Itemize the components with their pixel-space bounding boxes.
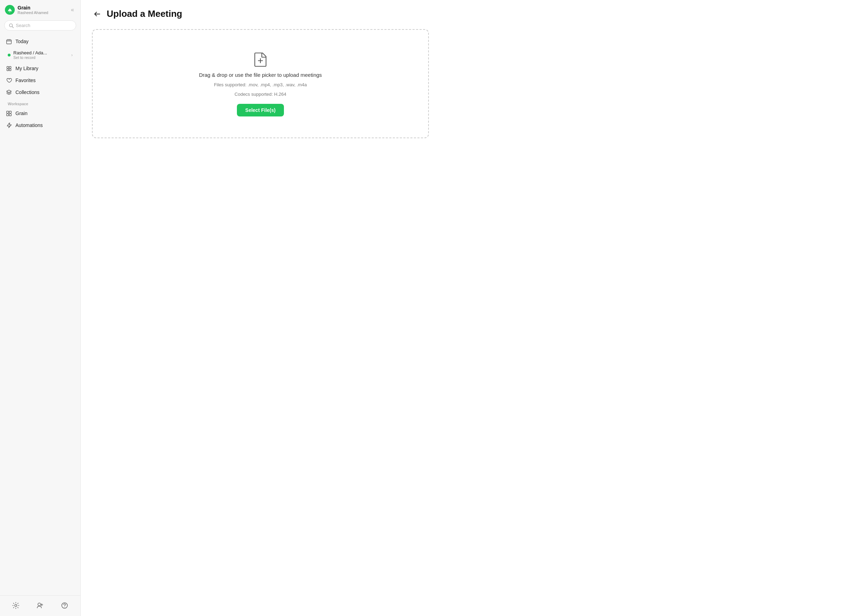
help-circle-icon: [61, 602, 68, 609]
sidebar-item-my-library[interactable]: My Library: [2, 62, 78, 74]
svg-point-16: [38, 603, 41, 606]
svg-rect-12: [9, 111, 11, 113]
back-button[interactable]: [92, 9, 103, 19]
svg-rect-8: [9, 66, 11, 68]
sidebar-item-collections[interactable]: Collections: [2, 86, 78, 98]
calendar-icon: [6, 38, 12, 44]
bolt-icon: [6, 122, 12, 128]
heart-icon: [6, 77, 12, 84]
sidebar-footer: [0, 595, 80, 616]
collapse-button[interactable]: «: [69, 5, 75, 15]
arrow-left-icon: [93, 10, 101, 18]
favorites-label: Favorites: [15, 78, 36, 83]
meeting-subtitle: Set to record: [13, 56, 47, 60]
svg-point-20: [64, 607, 65, 607]
upload-codecs-text: Codecs supported: H.264: [235, 92, 286, 97]
svg-rect-10: [9, 69, 11, 70]
sidebar-item-today[interactable]: Today: [2, 35, 78, 47]
collections-label: Collections: [15, 89, 39, 95]
automations-label: Automations: [15, 122, 43, 128]
grid-icon: [6, 110, 12, 116]
today-meeting-item[interactable]: Rasheed / Ada... Set to record ›: [4, 48, 76, 62]
person-plus-icon: [37, 602, 44, 609]
collapse-icon: «: [71, 7, 74, 13]
meeting-left: Rasheed / Ada... Set to record: [8, 50, 47, 60]
logo-area: Grain Rasheed Ahamed: [5, 5, 48, 15]
sidebar-item-favorites[interactable]: Favorites: [2, 74, 78, 86]
brand-info: Grain Rasheed Ahamed: [18, 5, 48, 15]
upload-drag-text: Drag & drop or use the file picker to up…: [199, 72, 322, 78]
invite-button[interactable]: [34, 599, 46, 612]
chevron-right-icon: ›: [71, 53, 73, 57]
svg-point-15: [15, 604, 17, 607]
meeting-title: Rasheed / Ada...: [13, 50, 47, 56]
today-label: Today: [15, 38, 28, 44]
sidebar-header: Grain Rasheed Ahamed «: [0, 0, 80, 18]
search-label: Search: [16, 23, 30, 28]
sidebar-item-automations[interactable]: Automations: [2, 119, 78, 131]
svg-rect-7: [7, 66, 9, 68]
gear-icon: [12, 602, 19, 609]
upload-drop-zone[interactable]: Drag & drop or use the file picker to up…: [92, 29, 429, 138]
svg-rect-9: [7, 69, 9, 70]
grain-logo-icon: [5, 5, 15, 15]
svg-rect-13: [6, 114, 9, 116]
search-icon: [9, 23, 14, 28]
select-files-button[interactable]: Select File(s): [237, 104, 284, 116]
meeting-info: Rasheed / Ada... Set to record: [13, 50, 47, 60]
svg-line-2: [12, 26, 14, 28]
svg-rect-11: [6, 111, 9, 113]
sidebar-nav: Today Rasheed / Ada... Set to record › M…: [0, 35, 80, 595]
layers-icon: [6, 89, 12, 95]
grain-workspace-label: Grain: [15, 110, 27, 116]
workspace-section-label: Workspace: [2, 98, 78, 107]
my-library-label: My Library: [15, 66, 38, 71]
svg-rect-14: [9, 114, 11, 116]
search-bar[interactable]: Search: [4, 21, 76, 31]
sidebar-item-grain[interactable]: Grain: [2, 107, 78, 119]
library-icon: [6, 65, 12, 72]
svg-rect-3: [6, 40, 11, 44]
sidebar: Grain Rasheed Ahamed « Search Today: [0, 0, 81, 616]
help-button[interactable]: [58, 599, 71, 612]
user-name: Rasheed Ahamed: [18, 10, 48, 15]
recording-indicator: [8, 54, 10, 56]
brand-name: Grain: [18, 5, 48, 10]
upload-supported-text: Files supported: .mov, .mp4, .mp3, .wav,…: [214, 82, 307, 87]
file-plus-icon: [252, 51, 269, 68]
page-title: Upload a Meeting: [107, 9, 182, 19]
settings-button[interactable]: [9, 599, 22, 612]
main-content: Upload a Meeting Drag & drop or use the …: [81, 0, 843, 616]
main-header: Upload a Meeting: [92, 9, 832, 19]
